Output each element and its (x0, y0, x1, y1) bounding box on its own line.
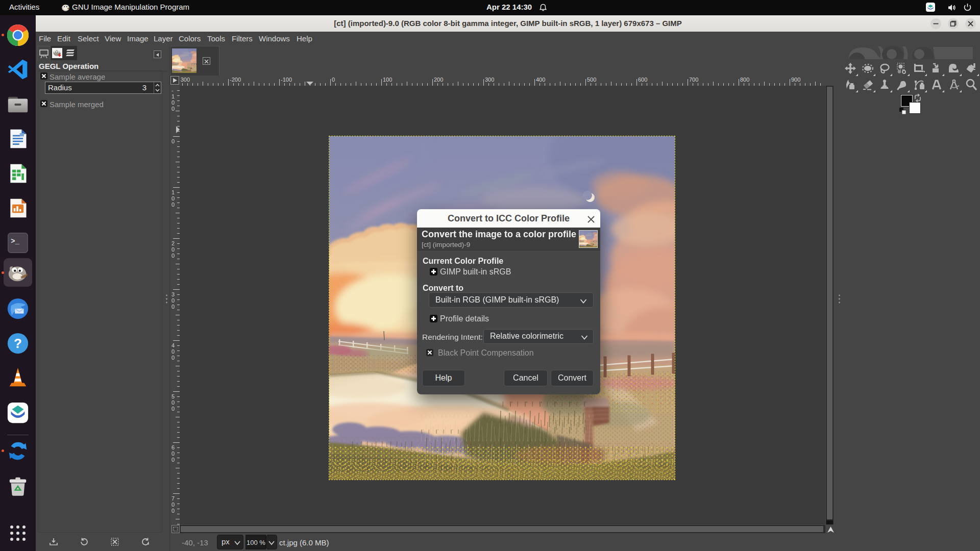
svg-text:300: 300 (485, 77, 494, 83)
svg-text:2: 2 (172, 240, 175, 246)
svg-text:7: 7 (172, 495, 175, 502)
svg-text:3: 3 (172, 291, 175, 297)
svg-text:0: 0 (172, 195, 175, 202)
svg-text:0: 0 (172, 253, 175, 259)
svg-text:0: 0 (172, 502, 175, 508)
svg-text:-300: -300 (179, 77, 190, 83)
svg-text:700: 700 (689, 77, 698, 83)
svg-text:0: 0 (172, 99, 175, 106)
svg-text:-100: -100 (281, 77, 292, 83)
svg-text:0: 0 (172, 106, 175, 112)
svg-text:100: 100 (383, 77, 392, 83)
svg-text:5: 5 (172, 393, 175, 399)
svg-text:0: 0 (172, 348, 175, 355)
svg-text:?: ? (14, 336, 22, 350)
svg-text:1: 1 (172, 93, 175, 99)
svg-text:0: 0 (172, 508, 175, 514)
svg-text:0: 0 (172, 304, 175, 310)
svg-text:200: 200 (434, 77, 443, 83)
svg-text:0: 0 (172, 355, 175, 361)
svg-text:0: 0 (332, 77, 335, 83)
svg-text:500: 500 (587, 77, 596, 83)
svg-text:0: 0 (172, 457, 175, 463)
svg-text:0: 0 (172, 138, 175, 144)
svg-text:0: 0 (172, 246, 175, 253)
svg-text:>_: >_ (11, 238, 19, 245)
svg-text:600: 600 (638, 77, 647, 83)
svg-text:0: 0 (172, 297, 175, 304)
svg-text:1: 1 (172, 189, 175, 195)
svg-text:400: 400 (536, 77, 545, 83)
svg-text:0: 0 (172, 406, 175, 412)
svg-text:800: 800 (740, 77, 749, 83)
svg-text:-200: -200 (230, 77, 241, 83)
svg-text:-: - (172, 87, 174, 93)
svg-text:0: 0 (172, 202, 175, 208)
svg-text:0: 0 (172, 399, 175, 406)
svg-text:900: 900 (791, 77, 800, 83)
svg-text:4: 4 (172, 342, 175, 348)
svg-text:6: 6 (172, 444, 175, 450)
svg-text:0: 0 (172, 450, 175, 457)
